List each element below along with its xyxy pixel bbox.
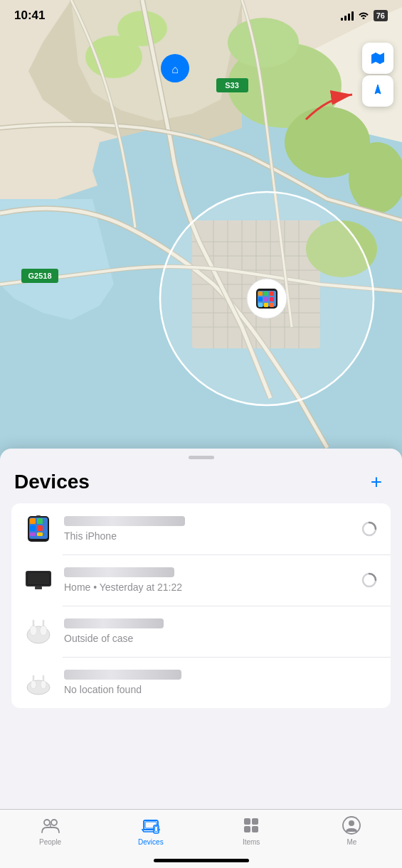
add-device-button[interactable]: + bbox=[365, 471, 388, 493]
svg-rect-46 bbox=[258, 303, 263, 307]
device-subtitle: Home • Yesterday at 21:22 bbox=[64, 582, 182, 593]
svg-rect-85 bbox=[252, 818, 258, 825]
svg-point-74 bbox=[41, 680, 46, 689]
battery-icon: 76 bbox=[374, 10, 388, 21]
tab-label-me: Me bbox=[347, 838, 356, 846]
svg-rect-63 bbox=[28, 573, 49, 584]
home-indicator bbox=[154, 859, 249, 862]
status-bar: 10:41 76 bbox=[0, 0, 402, 31]
device-info: No location found bbox=[64, 670, 379, 696]
people-icon bbox=[41, 815, 60, 835]
svg-rect-58 bbox=[37, 532, 43, 536]
device-icon-airpods2 bbox=[23, 667, 54, 698]
wifi-icon bbox=[358, 10, 369, 21]
tab-item-me[interactable]: Me bbox=[302, 815, 402, 846]
map-svg: S33 G2518 高德地图 Y ⌂ bbox=[0, 0, 402, 469]
map-view[interactable]: S33 G2518 高德地图 Y ⌂ bbox=[0, 0, 402, 469]
status-icons: 76 bbox=[341, 10, 388, 21]
svg-text:G2518: G2518 bbox=[28, 272, 51, 280]
tab-item-items[interactable]: Items bbox=[201, 815, 302, 846]
devices-title: Devices bbox=[14, 471, 90, 493]
tab-item-devices[interactable]: Devices bbox=[100, 815, 201, 846]
devices-icon bbox=[141, 815, 161, 835]
svg-text:S33: S33 bbox=[225, 81, 239, 90]
svg-rect-59 bbox=[36, 515, 41, 517]
map-view-button[interactable] bbox=[362, 43, 393, 74]
svg-point-67 bbox=[30, 626, 37, 636]
device-item[interactable]: Outside of case bbox=[11, 606, 391, 657]
svg-point-89 bbox=[349, 820, 354, 826]
device-action-spinner[interactable] bbox=[359, 570, 379, 590]
device-subtitle: Outside of case bbox=[64, 633, 133, 644]
location-icon bbox=[370, 83, 386, 99]
tab-label-items: Items bbox=[243, 838, 260, 846]
svg-rect-40 bbox=[258, 291, 263, 296]
device-icon-iphone bbox=[23, 513, 54, 545]
svg-point-69 bbox=[40, 626, 47, 636]
device-item[interactable]: No location found bbox=[11, 657, 391, 708]
device-name-blurred bbox=[64, 618, 164, 628]
tab-label-devices: Devices bbox=[138, 838, 164, 846]
device-subtitle: No location found bbox=[64, 684, 142, 695]
device-name-blurred bbox=[64, 670, 181, 680]
map-icon bbox=[369, 50, 386, 67]
svg-rect-87 bbox=[252, 826, 258, 832]
device-info: This iPhone bbox=[64, 516, 359, 542]
device-icon-airpods bbox=[23, 616, 54, 647]
svg-rect-55 bbox=[30, 525, 36, 531]
device-name-blurred bbox=[64, 567, 174, 577]
svg-rect-84 bbox=[244, 818, 250, 825]
svg-rect-64 bbox=[35, 586, 42, 589]
svg-rect-56 bbox=[37, 525, 43, 531]
device-info: Outside of case bbox=[64, 618, 379, 645]
svg-rect-44 bbox=[264, 297, 268, 301]
items-icon bbox=[241, 815, 261, 835]
red-arrow-annotation bbox=[299, 84, 363, 127]
svg-point-77 bbox=[44, 820, 50, 825]
device-list: This iPhone bbox=[11, 503, 391, 708]
svg-rect-45 bbox=[270, 297, 274, 301]
svg-rect-41 bbox=[264, 291, 268, 296]
map-controls bbox=[362, 43, 393, 107]
svg-text:⌂: ⌂ bbox=[171, 63, 179, 75]
device-subtitle: This iPhone bbox=[64, 530, 117, 542]
signal-icon bbox=[341, 11, 354, 21]
device-item[interactable]: This iPhone bbox=[11, 503, 391, 554]
svg-point-78 bbox=[51, 820, 57, 825]
device-item[interactable]: Home • Yesterday at 21:22 bbox=[11, 554, 391, 606]
device-action-spinner[interactable] bbox=[359, 519, 379, 539]
svg-rect-53 bbox=[30, 518, 36, 524]
bottom-sheet: Devices + This iPhone bbox=[0, 449, 402, 868]
location-button[interactable] bbox=[362, 75, 393, 107]
svg-rect-48 bbox=[270, 303, 274, 307]
svg-rect-47 bbox=[264, 303, 268, 307]
svg-rect-86 bbox=[244, 826, 250, 832]
svg-point-72 bbox=[31, 680, 36, 689]
svg-rect-57 bbox=[30, 532, 36, 536]
status-time: 10:41 bbox=[14, 9, 45, 23]
device-icon-appletv bbox=[23, 564, 54, 596]
device-info: Home • Yesterday at 21:22 bbox=[64, 567, 359, 594]
tab-item-people[interactable]: People bbox=[0, 815, 100, 846]
devices-header: Devices + bbox=[0, 459, 402, 500]
me-icon bbox=[342, 815, 361, 835]
svg-point-71 bbox=[27, 680, 50, 695]
tab-label-people: People bbox=[39, 838, 61, 846]
svg-rect-54 bbox=[37, 518, 43, 524]
svg-rect-42 bbox=[270, 291, 274, 296]
svg-rect-43 bbox=[258, 297, 263, 301]
device-name-blurred bbox=[64, 516, 185, 526]
